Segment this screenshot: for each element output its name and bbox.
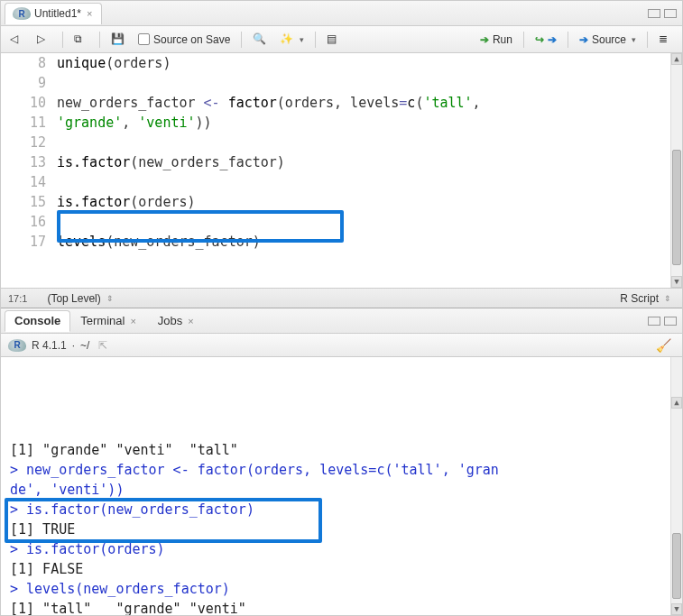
r-icon: R [8, 339, 26, 352]
close-icon[interactable]: × [85, 8, 94, 19]
run-label: Run [493, 33, 512, 46]
close-icon[interactable]: × [186, 316, 195, 326]
tab-terminal[interactable]: Terminal× [70, 310, 148, 332]
clear-console-button[interactable]: 🧹 [652, 336, 675, 354]
tab-jobs[interactable]: Jobs× [148, 310, 206, 332]
session-popout-button[interactable]: ⇱ [95, 337, 111, 354]
working-dir[interactable]: ~/ [80, 339, 89, 352]
find-button[interactable]: 🔍 [249, 31, 271, 49]
arrow-left-icon: ◁ [10, 32, 24, 47]
run-arrow-icon: ➔ [480, 33, 489, 46]
search-icon: 🔍 [253, 32, 267, 47]
show-in-new-window-button[interactable]: ⧉ [70, 31, 92, 49]
editor-tab-bar: R Untitled1* × [1, 1, 682, 26]
scroll-down-icon[interactable]: ▼ [671, 603, 682, 615]
editor-scrollbar[interactable]: ▲ ▼ [670, 53, 682, 288]
close-icon[interactable]: × [128, 316, 137, 326]
source-label: Source [592, 33, 626, 46]
scroll-up-icon[interactable]: ▲ [671, 53, 682, 65]
maximize-pane-icon[interactable] [664, 317, 677, 326]
console-pane: Console Terminal× Jobs× R R 4.1.1 · ~/ ⇱… [1, 308, 682, 615]
save-icon: 💾 [111, 32, 125, 47]
notebook-icon: ▤ [327, 32, 341, 47]
r-version: R 4.1.1 [32, 339, 67, 352]
editor-tab[interactable]: R Untitled1* × [5, 3, 102, 24]
language-selector[interactable]: R Script⇕ [616, 290, 675, 307]
source-button[interactable]: ➔Source▾ [576, 32, 640, 48]
minimize-pane-icon[interactable] [648, 317, 660, 326]
editor-status-bar: 17:1 (Top Level)⇕ R Script⇕ [1, 288, 682, 308]
outline-icon: ≣ [659, 32, 673, 47]
updown-icon: ⇕ [106, 294, 114, 303]
rerun-down-icon: ➔ [548, 33, 557, 46]
scroll-thumb[interactable] [672, 533, 681, 599]
run-button[interactable]: ➔Run [476, 32, 516, 48]
outline-button[interactable]: ≣ [655, 31, 677, 49]
chevron-down-icon: ▾ [632, 35, 636, 44]
chevron-down-icon: ▾ [300, 35, 304, 44]
console-scrollbar[interactable]: ▲ ▼ [670, 357, 682, 615]
scroll-down-icon[interactable]: ▼ [671, 276, 682, 288]
code-editor[interactable]: 891011121314151617 unique(orders) new_or… [1, 53, 682, 288]
scope-label: (Top Level) [47, 292, 100, 305]
wand-icon: ✨ [280, 32, 294, 47]
scope-selector[interactable]: (Top Level)⇕ [43, 290, 116, 307]
compile-report-button[interactable]: ▤ [323, 31, 345, 49]
source-on-save-toggle[interactable]: Source on Save [134, 32, 234, 48]
forward-button[interactable]: ▷ [33, 31, 55, 49]
checkbox-icon [138, 33, 150, 45]
console-output[interactable]: ▲ ▼ [1] "grande" "venti" "tall"> new_ord… [1, 357, 682, 615]
scroll-thumb[interactable] [672, 150, 681, 266]
lang-label: R Script [620, 292, 659, 305]
line-gutter: 891011121314151617 [1, 53, 57, 288]
editor-tab-title: Untitled1* [34, 7, 81, 20]
popout-icon: ⇱ [98, 339, 107, 352]
r-icon: R [13, 7, 31, 20]
save-button[interactable]: 💾 [107, 31, 129, 49]
popout-icon: ⧉ [74, 32, 88, 47]
pane-window-controls [648, 317, 682, 326]
tab-console[interactable]: Console [5, 310, 70, 332]
broom-icon: 🧹 [656, 338, 671, 353]
tab-jobs-label: Jobs [158, 314, 182, 327]
console-toolbar: R R 4.1.1 · ~/ ⇱ 🧹 [1, 334, 682, 357]
cursor-position: 17:1 [8, 293, 27, 304]
source-arrow-icon: ➔ [579, 33, 588, 46]
updown-icon: ⇕ [664, 294, 671, 303]
code-body[interactable]: unique(orders) new_orders_factor <- fact… [57, 53, 682, 288]
rerun-button[interactable]: ↪➔ [531, 32, 560, 48]
rerun-icon: ↪ [535, 33, 544, 46]
path-separator: · [72, 339, 75, 352]
back-button[interactable]: ◁ [6, 31, 28, 49]
maximize-pane-icon[interactable] [664, 9, 677, 18]
arrow-right-icon: ▷ [37, 32, 51, 47]
source-on-save-label: Source on Save [153, 33, 230, 46]
editor-pane: R Untitled1* × ◁ ▷ ⧉ 💾 Source on Save 🔍 … [1, 1, 682, 308]
tab-console-label: Console [14, 314, 60, 327]
editor-toolbar: ◁ ▷ ⧉ 💾 Source on Save 🔍 ✨▾ ▤ ➔Run ↪➔ ➔S… [1, 26, 682, 53]
tab-terminal-label: Terminal [80, 314, 125, 327]
code-tools-button[interactable]: ✨▾ [276, 31, 308, 49]
pane-window-controls [648, 9, 682, 18]
minimize-pane-icon[interactable] [648, 9, 660, 18]
console-tab-bar: Console Terminal× Jobs× [1, 308, 682, 334]
